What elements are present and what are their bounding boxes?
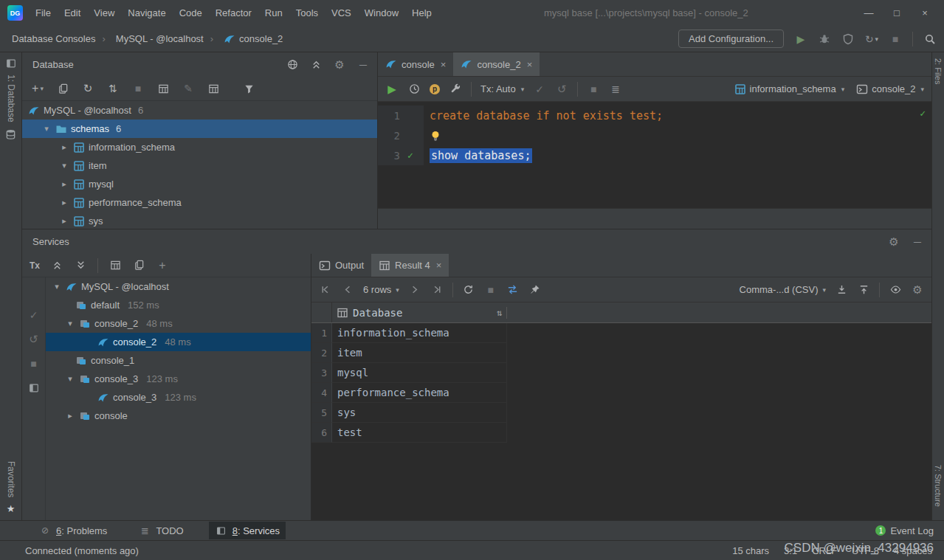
- close-tab-icon[interactable]: ×: [436, 260, 442, 271]
- coverage-icon[interactable]: [841, 32, 855, 46]
- menu-view[interactable]: View: [87, 4, 121, 21]
- menu-tools[interactable]: Tools: [289, 4, 325, 21]
- menu-navigate[interactable]: Navigate: [121, 4, 172, 21]
- duplicate-icon[interactable]: [56, 82, 69, 95]
- breadcrumb-console2[interactable]: console_2: [204, 33, 283, 45]
- toolwindow-button-services[interactable]: 8: Services: [209, 522, 286, 539]
- tab-result4[interactable]: Result 4 ×: [371, 254, 449, 277]
- previous-page-icon[interactable]: [341, 283, 354, 297]
- add-configuration-button[interactable]: Add Configuration...: [678, 30, 784, 48]
- service-row-console3[interactable]: ▾ console_3 123 ms: [46, 370, 311, 388]
- chevron-down-icon[interactable]: ▾: [41, 124, 52, 134]
- view-data-icon[interactable]: [156, 82, 170, 95]
- sort-icon[interactable]: ⇅: [497, 308, 502, 318]
- tab-output[interactable]: Output: [311, 254, 371, 277]
- toolwindow-button-todo[interactable]: ≣ TODO: [132, 522, 189, 539]
- reload-icon[interactable]: [462, 283, 475, 297]
- hide-panel-icon[interactable]: ─: [356, 58, 370, 72]
- rerun-dropdown-icon[interactable]: ↻▾: [865, 32, 878, 46]
- toolwindow-button-files[interactable]: 2: Files: [934, 58, 943, 84]
- toolwindow-button-database[interactable]: 1: Database: [6, 75, 16, 122]
- indent-size[interactable]: 4 spaces: [894, 545, 932, 556]
- view-eye-icon[interactable]: [889, 283, 902, 297]
- menu-code[interactable]: Code: [173, 4, 209, 21]
- maximize-icon[interactable]: □: [891, 7, 903, 18]
- sync-icon[interactable]: ⇅: [106, 82, 120, 95]
- toolwindow-button-favorites[interactable]: Favorites: [6, 461, 16, 497]
- tree-row-schemas[interactable]: ▾ schemas 6: [22, 120, 377, 138]
- table-cell[interactable]: mysql: [332, 363, 507, 383]
- column-header-database[interactable]: Database ⇅: [332, 307, 507, 319]
- database-stack-icon[interactable]: [5, 128, 16, 140]
- tree-row-connection[interactable]: MySQL - @localhost 6: [22, 101, 377, 120]
- run-icon[interactable]: ▶: [794, 32, 807, 46]
- filter-icon[interactable]: [242, 82, 255, 95]
- table-row[interactable]: 2 item: [311, 343, 931, 363]
- debug-icon[interactable]: [818, 32, 831, 46]
- tree-row-schema[interactable]: ▾ item: [22, 156, 377, 175]
- service-row-console2-child[interactable]: console_2 48 ms: [46, 333, 311, 351]
- table-row[interactable]: 1 information_schema: [311, 323, 931, 343]
- table-row[interactable]: 5 sys: [311, 403, 931, 423]
- table-cell[interactable]: sys: [332, 403, 507, 423]
- chevron-down-icon[interactable]: ▾: [59, 161, 69, 170]
- editor-tab-console[interactable]: console ×: [378, 52, 453, 76]
- code-editor[interactable]: 1 create database if not exists test; 2 …: [378, 102, 931, 208]
- console-selector[interactable]: console_2▾: [856, 83, 924, 95]
- parameters-icon[interactable]: p: [430, 84, 440, 94]
- service-row-console[interactable]: ▸ console: [46, 407, 311, 425]
- tx-mode-dropdown[interactable]: Tx: Auto▾: [480, 83, 524, 94]
- tree-row-schema[interactable]: ▸ sys: [22, 212, 377, 229]
- first-page-icon[interactable]: [319, 283, 332, 297]
- toolwindow-button-structure[interactable]: 7: Structure: [934, 465, 943, 507]
- refresh-icon[interactable]: ↻: [81, 82, 94, 95]
- collapse-all-icon[interactable]: [50, 259, 63, 272]
- table-row[interactable]: 3 mysql: [311, 363, 931, 383]
- wrench-icon[interactable]: [449, 83, 462, 96]
- layout-icon[interactable]: [27, 381, 41, 395]
- service-row-default[interactable]: default 152 ms: [46, 296, 311, 314]
- table-cell[interactable]: performance_schema: [332, 383, 507, 403]
- tree-row-schema[interactable]: ▸ mysql: [22, 175, 377, 193]
- compare-icon[interactable]: [506, 283, 520, 297]
- table-cell[interactable]: item: [332, 343, 507, 363]
- view-options-icon[interactable]: [132, 259, 145, 272]
- pin-tab-icon[interactable]: [528, 283, 542, 297]
- gear-icon[interactable]: ⚙: [911, 283, 924, 297]
- inspections-ok-icon[interactable]: ✓: [920, 108, 926, 119]
- add-icon[interactable]: +▾: [31, 82, 44, 95]
- tree-row-schema[interactable]: ▸ performance_schema: [22, 193, 377, 212]
- hide-panel-icon[interactable]: ─: [911, 235, 924, 249]
- breadcrumb-database-consoles[interactable]: Database Consoles: [12, 33, 95, 44]
- chevron-right-icon[interactable]: ▸: [59, 198, 69, 207]
- chevron-down-icon[interactable]: ▾: [65, 319, 75, 328]
- service-row-console1[interactable]: console_1: [46, 351, 311, 370]
- toolwindow-button-problems[interactable]: ⊘ 6: Problems: [32, 522, 113, 539]
- import-upload-icon[interactable]: [857, 283, 870, 297]
- group-by-icon[interactable]: [108, 259, 122, 272]
- chevron-right-icon[interactable]: ▸: [59, 179, 69, 189]
- breadcrumb-mysql-localhost[interactable]: MySQL - @localhost: [95, 33, 203, 44]
- export-format-dropdown[interactable]: Comma-...d (CSV)▾: [740, 284, 826, 295]
- gear-icon[interactable]: ⚙: [887, 235, 900, 249]
- intention-bulb-icon[interactable]: [430, 130, 441, 142]
- menu-help[interactable]: Help: [405, 4, 438, 21]
- last-page-icon[interactable]: [430, 283, 444, 297]
- encoding[interactable]: UTF-8: [852, 545, 879, 556]
- menu-edit[interactable]: Edit: [58, 4, 87, 21]
- favorites-star-icon[interactable]: ★: [7, 503, 15, 514]
- search-everywhere-icon[interactable]: [923, 32, 937, 46]
- execute-icon[interactable]: ▶: [385, 83, 399, 96]
- chevron-down-icon[interactable]: ▾: [65, 374, 75, 384]
- service-row-connection[interactable]: ▾ MySQL - @localhost: [46, 277, 311, 296]
- gear-icon[interactable]: ⚙: [333, 58, 346, 72]
- table-cell[interactable]: test: [332, 423, 507, 443]
- schema-selector[interactable]: information_schema▾: [734, 83, 845, 95]
- close-tab-icon[interactable]: ×: [527, 59, 533, 70]
- editor-tab-console2[interactable]: console_2 ×: [453, 52, 540, 76]
- menu-file[interactable]: File: [29, 4, 58, 21]
- menu-vcs[interactable]: VCS: [325, 4, 358, 21]
- chevron-right-icon[interactable]: ▸: [59, 216, 69, 226]
- caret-position[interactable]: 3:1: [784, 545, 797, 556]
- table-row[interactable]: 4 performance_schema: [311, 383, 931, 403]
